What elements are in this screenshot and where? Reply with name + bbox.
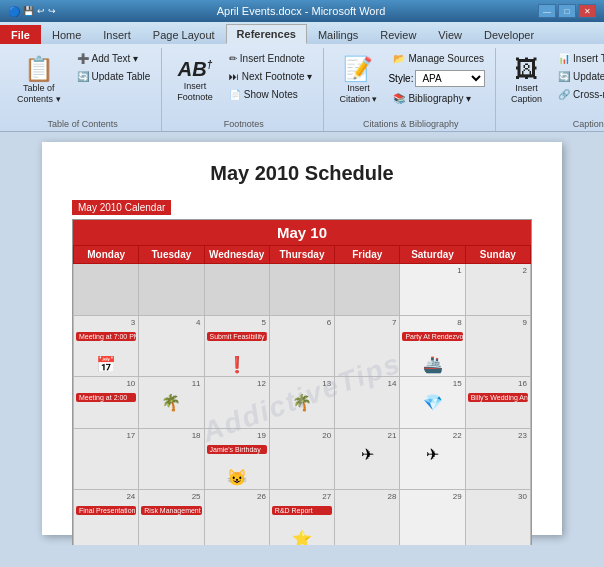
window-title: April Events.docx - Microsoft Word <box>64 5 538 17</box>
event-bar: Risk Management Report <box>141 506 201 515</box>
group-footnotes: AB† InsertFootnote ✏ Insert Endnote ⏭ Ne… <box>164 48 324 131</box>
calendar-cell: 30 <box>465 490 530 546</box>
caption-icon: 🖼 <box>515 57 539 81</box>
manage-sources-button[interactable]: 📂 Manage Sources <box>388 50 489 67</box>
event-icon: 🌴 <box>272 393 332 412</box>
event-bar: Meeting at 7:00 PM <box>76 332 136 341</box>
bibliography-label: Bibliography ▾ <box>408 93 471 104</box>
event-icon: ⭐ <box>272 529 332 545</box>
ribbon: 📋 Table ofContents ▾ ➕ Add Text ▾ 🔄 Upda… <box>0 44 604 132</box>
tab-insert[interactable]: Insert <box>92 25 142 44</box>
update-caption-label: Update Table <box>573 71 604 82</box>
insert-endnote-button[interactable]: ✏ Insert Endnote <box>224 50 318 67</box>
add-text-button[interactable]: ➕ Add Text ▾ <box>72 50 156 67</box>
table-figures-label: Insert Table of Figures <box>573 53 604 64</box>
show-notes-button[interactable]: 📄 Show Notes <box>224 86 318 103</box>
minimize-button[interactable]: — <box>538 4 556 18</box>
citations-group-label: Citations & Bibliography <box>363 119 459 129</box>
event-icon: ✈ <box>402 445 462 464</box>
event-bar: R&D Report <box>272 506 332 515</box>
insert-caption-button[interactable]: 🖼 InsertCaption <box>504 48 549 114</box>
calendar-cell: 18 <box>139 429 204 490</box>
event-icon: 😺 <box>207 468 267 487</box>
cross-reference-button[interactable]: 🔗 Cross-reference <box>553 86 604 103</box>
calendar-cell: 1 <box>400 264 465 316</box>
group-citations: 📝 InsertCitation ▾ 📂 Manage Sources Styl… <box>326 48 496 131</box>
calendar-cell: 4 <box>139 316 204 377</box>
calendar-wrapper: May 10 AddictiveTips Monday Tuesday Wedn… <box>72 219 532 545</box>
next-footnote-button[interactable]: ⏭ Next Footnote ▾ <box>224 68 318 85</box>
calendar-cell: 21 ✈ <box>335 429 400 490</box>
calendar-cell: 6 <box>269 316 334 377</box>
next-footnote-label: Next Footnote ▾ <box>242 71 313 82</box>
tab-references[interactable]: References <box>226 24 307 44</box>
maximize-button[interactable]: □ <box>558 4 576 18</box>
tab-developer[interactable]: Developer <box>473 25 545 44</box>
tab-mailings[interactable]: Mailings <box>307 25 369 44</box>
show-notes-icon: 📄 <box>229 89 241 100</box>
caption-label: InsertCaption <box>511 83 542 105</box>
insert-citation-button[interactable]: 📝 InsertCitation ▾ <box>332 48 384 114</box>
add-text-label: Add Text ▾ <box>92 53 139 64</box>
endnote-icon: ✏ <box>229 53 237 64</box>
ribbon-tabs: File Home Insert Page Layout References … <box>0 22 604 44</box>
event-icon: 🚢 <box>402 355 462 374</box>
update-table-label: Update Table <box>92 71 151 82</box>
update-table-icon: 🔄 <box>77 71 89 82</box>
day-header-sun: Sunday <box>465 246 530 264</box>
event-bar: Billy's Wedding Anniversary <box>468 393 528 402</box>
event-icon: 📅 <box>76 355 136 374</box>
cross-ref-label: Cross-reference <box>573 89 604 100</box>
calendar-cell: 13 🌴 <box>269 377 334 429</box>
table-row: 24 Final Presentation 25 Risk Management… <box>74 490 531 546</box>
update-table-button[interactable]: 🔄 Update Table <box>72 68 156 85</box>
calendar-cell: 15 💎 <box>400 377 465 429</box>
calendar-cell: 24 Final Presentation <box>74 490 139 546</box>
tab-review[interactable]: Review <box>369 25 427 44</box>
calendar-cell <box>204 264 269 316</box>
tab-pagelayout[interactable]: Page Layout <box>142 25 226 44</box>
update-caption-table-button[interactable]: 🔄 Update Table <box>553 68 604 85</box>
calendar-cell: 14 <box>335 377 400 429</box>
day-header-fri: Friday <box>335 246 400 264</box>
document-page: May 2010 Schedule May 2010 Calendar May … <box>42 142 562 535</box>
table-row: 1 2 <box>74 264 531 316</box>
calendar-cell: 2 <box>465 264 530 316</box>
calendar-cell: 19 Jamie's Birthday 😺 <box>204 429 269 490</box>
calendar-cell: 8 Party At Rendezvous 🚢 <box>400 316 465 377</box>
calendar-cell: 25 Risk Management Report <box>139 490 204 546</box>
calendar-cell: 28 <box>335 490 400 546</box>
close-button[interactable]: ✕ <box>578 4 596 18</box>
calendar-cell: 17 <box>74 429 139 490</box>
calendar-cell: 20 <box>269 429 334 490</box>
calendar-cell: 29 <box>400 490 465 546</box>
insert-footnote-button[interactable]: AB† InsertFootnote <box>170 48 220 114</box>
day-header-thu: Thursday <box>269 246 334 264</box>
tab-view[interactable]: View <box>427 25 473 44</box>
tab-file[interactable]: File <box>0 25 41 44</box>
toc-group-label: Table of Contents <box>48 119 118 129</box>
manage-sources-label: Manage Sources <box>408 53 484 64</box>
insert-table-figures-button[interactable]: 📊 Insert Table of Figures <box>553 50 604 67</box>
footnote-label: InsertFootnote <box>177 81 213 103</box>
update-caption-icon: 🔄 <box>558 71 570 82</box>
calendar-cell <box>139 264 204 316</box>
group-captions: 🖼 InsertCaption 📊 Insert Table of Figure… <box>498 48 604 131</box>
toc-button[interactable]: 📋 Table ofContents ▾ <box>10 48 68 114</box>
calendar-cell <box>335 264 400 316</box>
citation-style-select[interactable]: APA MLA Chicago <box>415 70 485 87</box>
table-row: 10 Meeting at 2:00 11 🌴 12 13 🌴 <box>74 377 531 429</box>
table-row: 17 18 19 Jamie's Birthday 😺 20 21 ✈ <box>74 429 531 490</box>
tab-home[interactable]: Home <box>41 25 92 44</box>
calendar-cell: 27 R&D Report ⭐ <box>269 490 334 546</box>
event-icon: ❗ <box>207 355 267 374</box>
endnote-label: Insert Endnote <box>240 53 305 64</box>
day-header-wed: Wednesday <box>204 246 269 264</box>
calendar-cell: 9 <box>465 316 530 377</box>
bibliography-button[interactable]: 📚 Bibliography ▾ <box>388 90 489 107</box>
event-bar: Submit Feasibility Report <box>207 332 267 341</box>
event-bar: Party At Rendezvous <box>402 332 462 341</box>
day-header-sat: Saturday <box>400 246 465 264</box>
calendar-cell: 26 <box>204 490 269 546</box>
footnote-icon: AB† <box>178 59 212 79</box>
